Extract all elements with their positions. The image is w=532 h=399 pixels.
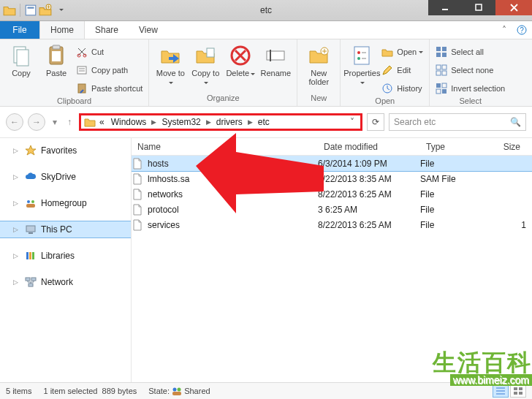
nav-homegroup[interactable]: ▷Homegroup — [0, 195, 131, 211]
recent-locations-button[interactable]: ▾ — [50, 113, 60, 131]
nav-favorites[interactable]: ▷Favorites — [0, 142, 131, 159]
svg-rect-21 — [354, 47, 369, 64]
qat-dropdown[interactable] — [53, 4, 66, 17]
invert-selection-button[interactable]: Invert selection — [436, 80, 505, 96]
file-name: hosts — [148, 159, 169, 169]
share-tab[interactable]: Share — [85, 21, 129, 39]
home-tab[interactable]: Home — [39, 21, 85, 39]
svg-rect-0 — [26, 5, 36, 15]
select-all-button[interactable]: Select all — [436, 44, 505, 60]
svg-rect-35 — [436, 89, 441, 94]
file-row[interactable]: hosts6/3/2014 1:09 PMFile — [132, 156, 532, 171]
chevron-right-icon[interactable]: ▶ — [246, 118, 254, 126]
properties-button[interactable]: Properties — [346, 42, 377, 86]
address-bar[interactable]: « Windows▶ System32▶ drivers▶ etc ˅ — [79, 113, 362, 131]
select-none-button[interactable]: Select none — [436, 62, 505, 78]
file-type: File — [420, 189, 486, 200]
ribbon-group-new: New folder New — [297, 39, 341, 106]
copy-to-button[interactable]: Copy to — [190, 42, 221, 86]
new-folder-button[interactable]: New folder — [303, 42, 334, 86]
delete-button[interactable]: Delete — [225, 42, 256, 77]
help-button[interactable]: ? — [512, 21, 532, 39]
file-row[interactable]: services8/22/2013 6:25 AMFile1 — [132, 217, 532, 232]
forward-button[interactable]: → — [28, 113, 45, 131]
breadcrumb-prefix: « — [96, 117, 107, 127]
column-name[interactable]: Name — [132, 142, 318, 152]
svg-rect-26 — [442, 47, 446, 51]
maximize-button[interactable] — [462, 0, 495, 15]
edit-button[interactable]: Edit — [381, 62, 423, 78]
svg-rect-11 — [52, 51, 61, 61]
back-button[interactable]: ← — [6, 113, 23, 131]
close-button[interactable] — [495, 0, 532, 15]
details-view-button[interactable] — [493, 384, 509, 398]
ribbon-group-select: Select all Select none Invert selection … — [430, 39, 511, 106]
up-button[interactable]: ↑ — [64, 113, 75, 131]
status-state: Shared — [184, 387, 210, 395]
svg-rect-10 — [53, 45, 60, 49]
breadcrumb[interactable]: etc — [255, 117, 273, 127]
file-row[interactable]: networks8/22/2013 6:25 AMFile — [132, 186, 532, 202]
paste-button[interactable]: Paste — [41, 42, 72, 77]
column-size[interactable]: Size — [486, 142, 526, 152]
svg-rect-36 — [442, 89, 446, 94]
svg-rect-41 — [28, 232, 33, 234]
minimize-button[interactable] — [428, 0, 462, 15]
nav-network[interactable]: ▷Network — [0, 274, 131, 290]
file-icon — [132, 158, 143, 170]
svg-rect-32 — [442, 71, 446, 75]
watermark: 生活百科 www.bimeiz.com — [433, 351, 532, 386]
title-bar: etc — [0, 0, 532, 21]
breadcrumb[interactable]: drivers — [213, 117, 246, 127]
file-date: 3 6:25 AM — [318, 205, 420, 215]
file-date: 8/22/2013 8:35 AM — [318, 174, 420, 184]
nav-skydrive[interactable]: ▷SkyDrive — [0, 169, 131, 185]
file-row[interactable]: protocol3 6:25 AMFile — [132, 202, 532, 217]
svg-point-37 — [27, 200, 30, 203]
move-to-button[interactable]: Move to — [155, 42, 186, 86]
history-button[interactable]: History — [381, 80, 423, 96]
search-box[interactable]: 🔍 — [389, 113, 526, 131]
ribbon-group-open: Properties Open Edit History Open — [341, 39, 430, 106]
view-tab[interactable]: View — [129, 21, 168, 39]
svg-rect-1 — [28, 7, 34, 9]
copy-button[interactable]: Copy — [6, 42, 37, 77]
svg-rect-45 — [26, 278, 30, 281]
icons-view-button[interactable] — [510, 384, 526, 398]
svg-rect-34 — [442, 83, 446, 88]
ribbon-tabstrip: File Home Share View ˄ ? — [0, 21, 532, 39]
rename-button[interactable]: Rename — [260, 42, 291, 77]
file-date: 8/22/2013 6:25 AM — [318, 189, 420, 200]
new-folder-icon[interactable] — [39, 4, 52, 17]
file-list: Name Date modified Type Size hosts6/3/20… — [132, 138, 532, 382]
file-tab[interactable]: File — [0, 21, 39, 39]
separator — [20, 4, 20, 17]
navigation-row: ← → ▾ ↑ « Windows▶ System32▶ drivers▶ et… — [0, 111, 532, 133]
cut-button[interactable]: Cut — [76, 44, 142, 60]
file-row[interactable]: lmhosts.sa8/22/2013 8:35 AMSAM File — [132, 171, 532, 186]
svg-rect-51 — [514, 387, 517, 390]
nav-this-pc[interactable]: ▷This PC — [0, 221, 131, 238]
file-icon — [132, 189, 143, 200]
breadcrumb[interactable]: System32 — [159, 117, 203, 127]
open-button[interactable]: Open — [381, 44, 423, 60]
svg-rect-44 — [32, 252, 34, 259]
address-dropdown[interactable]: ˅ — [347, 117, 357, 127]
refresh-button[interactable]: ⟳ — [367, 113, 384, 131]
ribbon-collapse-button[interactable]: ˄ — [497, 21, 512, 39]
copy-path-button[interactable]: Copy path — [76, 62, 142, 78]
chevron-right-icon[interactable]: ▶ — [150, 118, 158, 126]
svg-rect-40 — [26, 226, 35, 232]
column-type[interactable]: Type — [420, 142, 486, 152]
status-state-label: State: — [148, 387, 170, 395]
nav-libraries[interactable]: ▷Libraries — [0, 248, 131, 264]
properties-icon[interactable] — [24, 4, 37, 17]
svg-rect-28 — [442, 53, 446, 57]
chevron-right-icon[interactable]: ▶ — [205, 118, 213, 126]
file-type: File — [420, 159, 486, 169]
column-date[interactable]: Date modified — [318, 142, 420, 152]
file-size: 1 — [486, 220, 526, 230]
search-input[interactable] — [394, 117, 506, 127]
breadcrumb[interactable]: Windows — [108, 117, 150, 127]
paste-shortcut-button[interactable]: Paste shortcut — [76, 80, 142, 96]
